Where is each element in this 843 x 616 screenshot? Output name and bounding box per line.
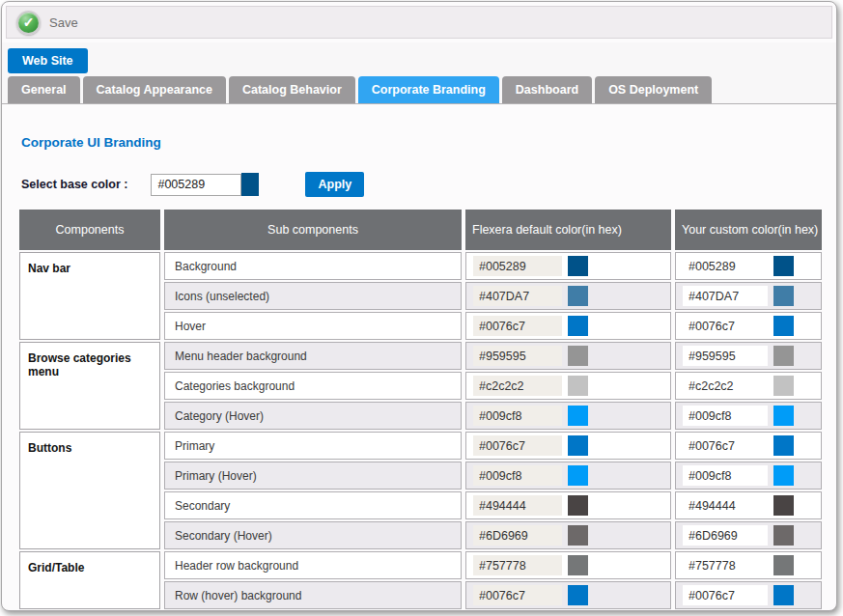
custom-color-input[interactable] bbox=[683, 525, 768, 546]
sub-component-label: Header row background bbox=[164, 551, 462, 579]
sub-component-label: Secondary bbox=[164, 491, 462, 519]
column-header: Sub components bbox=[164, 210, 462, 250]
sub-component-label: Row (hover) background bbox=[164, 581, 462, 609]
tab-os-deployment[interactable]: OS Deployment bbox=[595, 76, 712, 103]
table-row: Grid/TableHeader row background bbox=[19, 551, 822, 579]
custom-color-cell bbox=[675, 342, 822, 370]
table-header-row: ComponentsSub componentsFlexera default … bbox=[19, 210, 822, 250]
default-color-cell bbox=[465, 462, 671, 490]
default-color-swatch bbox=[568, 495, 588, 516]
apply-button[interactable]: Apply bbox=[305, 172, 364, 197]
column-header: Flexera default color(in hex) bbox=[465, 210, 671, 250]
default-color-cell bbox=[465, 402, 671, 430]
default-color-value bbox=[473, 256, 562, 276]
custom-color-swatch[interactable] bbox=[773, 495, 794, 516]
custom-color-input[interactable] bbox=[683, 435, 768, 456]
custom-color-cell bbox=[675, 551, 822, 579]
default-color-value bbox=[473, 406, 562, 426]
tab-corporate-branding[interactable]: Corporate Branding bbox=[358, 76, 499, 103]
default-color-value bbox=[473, 435, 562, 456]
custom-color-input[interactable] bbox=[683, 495, 768, 516]
tab-catalog-appearance[interactable]: Catalog Appearance bbox=[83, 76, 226, 103]
table-row: ButtonsPrimary bbox=[19, 432, 822, 460]
default-color-cell bbox=[465, 551, 671, 579]
custom-color-input[interactable] bbox=[683, 286, 768, 306]
base-color-swatch[interactable] bbox=[241, 173, 259, 196]
custom-color-cell bbox=[675, 581, 822, 609]
sub-component-label: Categories background bbox=[164, 372, 462, 400]
sub-component-label: Menu header background bbox=[164, 342, 462, 370]
custom-color-swatch[interactable] bbox=[773, 585, 794, 605]
table-row: Browse categories menuMenu header backgr… bbox=[19, 342, 822, 370]
content-area: Corporate UI Branding Select base color … bbox=[2, 135, 836, 611]
tab-dashboard[interactable]: Dashboard bbox=[502, 76, 592, 103]
default-color-value bbox=[473, 346, 562, 366]
default-color-cell bbox=[465, 252, 671, 280]
save-button[interactable]: ✓ Save bbox=[16, 11, 78, 35]
custom-color-swatch[interactable] bbox=[773, 435, 794, 456]
component-cell: Buttons bbox=[19, 432, 160, 549]
base-color-input[interactable] bbox=[151, 174, 241, 196]
component-cell: Nav bar bbox=[19, 252, 160, 340]
custom-color-input[interactable] bbox=[683, 376, 768, 396]
sub-component-label: Category (Hover) bbox=[164, 402, 462, 430]
custom-color-swatch[interactable] bbox=[773, 316, 794, 336]
default-color-value bbox=[473, 495, 562, 516]
custom-color-swatch[interactable] bbox=[773, 406, 794, 426]
default-color-swatch bbox=[568, 376, 588, 396]
default-color-value bbox=[473, 376, 562, 396]
table-row: Nav barBackground bbox=[19, 252, 822, 280]
custom-color-input[interactable] bbox=[683, 346, 768, 366]
custom-color-swatch[interactable] bbox=[773, 465, 794, 486]
default-color-swatch bbox=[568, 465, 588, 486]
custom-color-swatch[interactable] bbox=[773, 525, 794, 546]
default-color-cell bbox=[465, 581, 671, 609]
default-color-swatch bbox=[568, 316, 588, 336]
default-color-swatch bbox=[568, 346, 588, 366]
default-color-value bbox=[473, 555, 562, 575]
custom-color-input[interactable] bbox=[683, 465, 768, 486]
sub-component-label: Background bbox=[164, 252, 462, 280]
settings-window: ✓ Save Web Site GeneralCatalog Appearanc… bbox=[1, 1, 837, 611]
custom-color-input[interactable] bbox=[683, 585, 768, 605]
default-color-swatch bbox=[568, 525, 588, 546]
default-color-swatch bbox=[568, 435, 588, 456]
default-color-cell bbox=[465, 521, 671, 549]
custom-color-swatch[interactable] bbox=[773, 286, 794, 306]
tab-web-site[interactable]: Web Site bbox=[8, 48, 88, 73]
custom-color-swatch[interactable] bbox=[773, 555, 794, 575]
custom-color-cell bbox=[675, 402, 822, 430]
custom-color-input[interactable] bbox=[683, 256, 768, 276]
default-color-value bbox=[473, 286, 562, 306]
custom-color-cell bbox=[675, 521, 822, 549]
default-color-swatch bbox=[568, 286, 588, 306]
page-title: Corporate UI Branding bbox=[21, 135, 836, 150]
tab-general[interactable]: General bbox=[8, 76, 80, 103]
component-cell: Browse categories menu bbox=[19, 342, 160, 430]
column-header: Components bbox=[19, 210, 160, 250]
custom-color-input[interactable] bbox=[683, 406, 768, 426]
default-color-cell bbox=[465, 282, 671, 310]
save-button-label: Save bbox=[49, 15, 78, 30]
custom-color-cell bbox=[675, 282, 822, 310]
custom-color-cell bbox=[675, 252, 822, 280]
default-color-swatch bbox=[568, 406, 588, 426]
default-color-cell bbox=[465, 342, 671, 370]
default-color-value bbox=[473, 465, 562, 486]
default-color-value bbox=[473, 525, 562, 546]
site-tab-row: Web Site bbox=[2, 42, 836, 73]
branding-table: ComponentsSub componentsFlexera default … bbox=[15, 208, 826, 611]
custom-color-swatch[interactable] bbox=[773, 256, 794, 276]
custom-color-swatch[interactable] bbox=[773, 346, 794, 366]
tab-catalog-behavior[interactable]: Catalog Behavior bbox=[229, 76, 355, 103]
default-color-value bbox=[473, 585, 562, 605]
custom-color-swatch[interactable] bbox=[773, 376, 794, 396]
default-color-swatch bbox=[568, 256, 588, 276]
base-color-row: Select base color : Apply bbox=[21, 173, 836, 196]
sub-component-label: Primary bbox=[164, 432, 462, 460]
base-color-label: Select base color : bbox=[21, 178, 127, 191]
sub-component-label: Primary (Hover) bbox=[164, 462, 462, 490]
custom-color-input[interactable] bbox=[683, 555, 768, 575]
custom-color-input[interactable] bbox=[683, 316, 768, 336]
sub-component-label: Secondary (Hover) bbox=[164, 521, 462, 549]
